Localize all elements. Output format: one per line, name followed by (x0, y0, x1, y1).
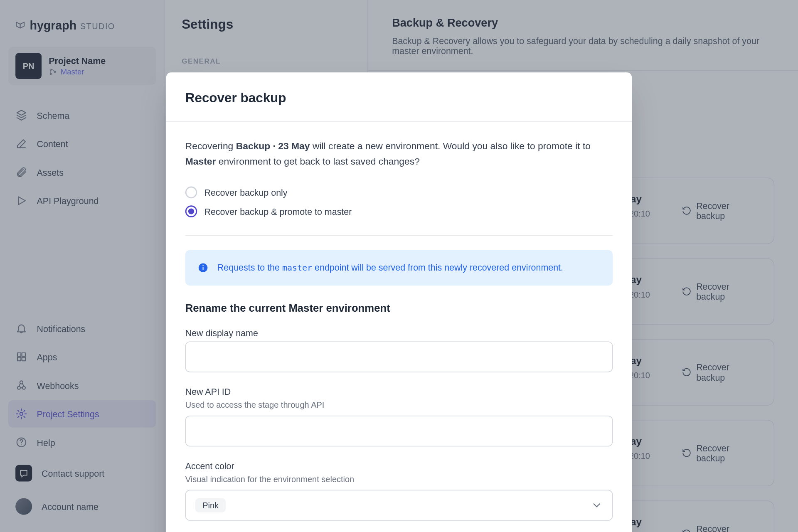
modal-header: Recover backup (166, 72, 632, 122)
chevron-down-icon (591, 499, 603, 511)
modal-lead-text: Recovering Backup · 23 May will create a… (185, 138, 613, 169)
accent-color-select[interactable]: Pink (185, 490, 613, 520)
radio-recover-and-promote[interactable]: Recover backup & promote to master (185, 202, 613, 221)
accent-color-value: Pink (195, 498, 226, 512)
api-id-label: New API ID (185, 387, 613, 397)
api-id-input[interactable] (185, 416, 613, 446)
accent-color-label: Accent color (185, 461, 613, 470)
rename-section-title: Rename the current Master environment (185, 302, 613, 315)
radio-recover-only[interactable]: Recover backup only (185, 183, 613, 202)
display-name-label: New display name (185, 328, 613, 337)
modal-title: Recover backup (185, 90, 613, 106)
radio-icon (185, 206, 197, 218)
api-id-help: Used to access the stage through API (185, 400, 613, 410)
recover-backup-modal: Recover backup Recovering Backup · 23 Ma… (166, 72, 632, 532)
radio-icon (185, 187, 197, 199)
svg-rect-25 (203, 267, 204, 270)
display-name-input[interactable] (185, 341, 613, 372)
info-icon (197, 262, 209, 274)
info-callout: Requests to the master endpoint will be … (185, 250, 613, 286)
accent-color-help: Visual indication for the environment se… (185, 474, 613, 484)
modal-overlay[interactable]: Recover backup Recovering Backup · 23 Ma… (0, 0, 798, 532)
divider (185, 235, 613, 236)
svg-rect-26 (203, 265, 204, 266)
